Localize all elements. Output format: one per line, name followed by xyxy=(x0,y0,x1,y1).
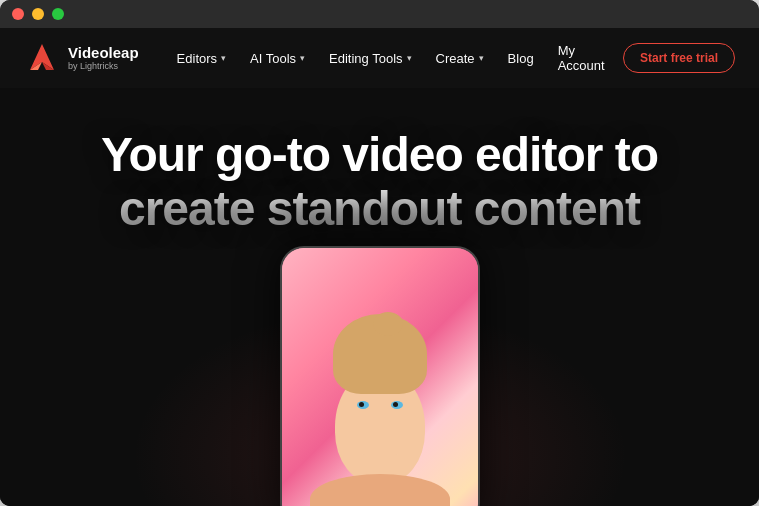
editing-tools-chevron-icon: ▾ xyxy=(407,53,412,63)
editing-tools-label: Editing Tools xyxy=(329,51,402,66)
videoleap-logo-icon xyxy=(24,40,60,76)
editors-label: Editors xyxy=(177,51,217,66)
phone-mockup xyxy=(280,246,480,506)
maximize-button[interactable] xyxy=(52,8,64,20)
phone-screen xyxy=(282,248,478,506)
hero-section: Your go-to video editor to create stando… xyxy=(0,88,759,506)
start-free-trial-button[interactable]: Start free trial xyxy=(623,43,735,73)
nav-item-ai-tools[interactable]: AI Tools ▾ xyxy=(240,45,315,72)
logo-subtitle: by Lightricks xyxy=(68,61,139,71)
browser-window: Videoleap by Lightricks Editors ▾ AI Too… xyxy=(0,0,759,506)
nav-item-editing-tools[interactable]: Editing Tools ▾ xyxy=(319,45,421,72)
left-eye xyxy=(357,401,369,409)
minimize-button[interactable] xyxy=(32,8,44,20)
ai-tools-chevron-icon: ▾ xyxy=(300,53,305,63)
hero-title-line2: create standout content xyxy=(101,182,658,236)
hero-title-line1: Your go-to video editor to xyxy=(101,128,658,181)
navbar: Videoleap by Lightricks Editors ▾ AI Too… xyxy=(0,28,759,88)
browser-content: Videoleap by Lightricks Editors ▾ AI Too… xyxy=(0,28,759,506)
nav-item-account[interactable]: My Account xyxy=(548,37,615,79)
close-button[interactable] xyxy=(12,8,24,20)
editors-chevron-icon: ▾ xyxy=(221,53,226,63)
logo-text: Videoleap by Lightricks xyxy=(68,45,139,72)
logo-area[interactable]: Videoleap by Lightricks xyxy=(24,40,139,76)
ai-tools-label: AI Tools xyxy=(250,51,296,66)
create-chevron-icon: ▾ xyxy=(479,53,484,63)
hair-bun xyxy=(373,312,403,336)
person-figure xyxy=(315,304,445,506)
right-eye xyxy=(391,401,403,409)
account-label: My Account xyxy=(558,43,605,73)
create-label: Create xyxy=(436,51,475,66)
svg-marker-0 xyxy=(30,44,54,70)
shoulders xyxy=(310,474,450,506)
blog-label: Blog xyxy=(508,51,534,66)
logo-name: Videoleap xyxy=(68,45,139,62)
eyes xyxy=(357,401,403,409)
nav-item-create[interactable]: Create ▾ xyxy=(426,45,494,72)
hero-title: Your go-to video editor to create stando… xyxy=(101,128,658,236)
nav-links: Editors ▾ AI Tools ▾ Editing Tools ▾ Cre… xyxy=(167,37,615,79)
nav-item-blog[interactable]: Blog xyxy=(498,45,544,72)
nav-item-editors[interactable]: Editors ▾ xyxy=(167,45,236,72)
cta-label: Start free trial xyxy=(640,51,718,65)
title-bar xyxy=(0,0,759,28)
